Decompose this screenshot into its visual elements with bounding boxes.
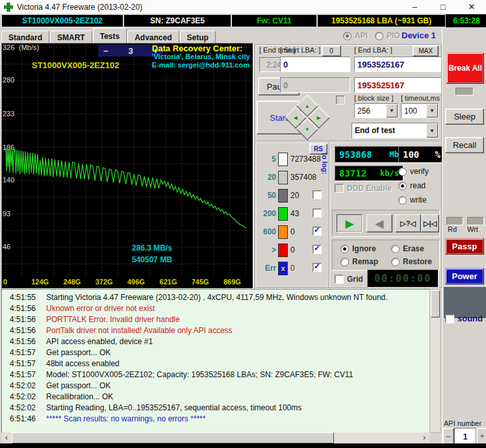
- mode-radio-dot[interactable]: [398, 182, 407, 190]
- device-label: Device 1: [402, 31, 436, 40]
- sound-checkbox-box[interactable]: [445, 314, 454, 323]
- timeout-select[interactable]: 100 ▼: [401, 103, 439, 118]
- defect-radio-dot[interactable]: [340, 245, 349, 253]
- defect-radio-erase[interactable]: Erase: [391, 244, 424, 253]
- log-horizontal-scrollbar[interactable]: ‹ ›: [1, 432, 429, 443]
- speed-graph-canvas: 3262802331861409346(Mb/s)0124G248G372G49…: [2, 44, 251, 287]
- log-text: Get passport... OK: [46, 348, 110, 357]
- log-text: Model: ST1000VX005-2EZ102; Capacity: 195…: [46, 370, 353, 379]
- defect-radio-restore[interactable]: Restore: [391, 257, 432, 266]
- x-axis-tick: 0: [3, 278, 7, 286]
- recall-button[interactable]: Recall: [445, 137, 484, 153]
- end-lba-input[interactable]: 1953525167: [354, 56, 441, 72]
- sleep-button[interactable]: Sleep: [445, 108, 484, 125]
- banner-line2: 'Victoria', Belarus, Minsk city: [152, 53, 250, 61]
- end-action-select[interactable]: End of test ▼: [352, 123, 439, 138]
- log-entry: 4:51:56API access enabled, device #1: [2, 336, 430, 347]
- defect-radio-label: Restore: [403, 257, 432, 266]
- hscroll-right-arrow-icon[interactable]: ›: [419, 432, 429, 443]
- api-radio[interactable]: API: [343, 31, 368, 40]
- tab-setup[interactable]: Setup: [180, 31, 216, 43]
- defect-radio-dot[interactable]: [340, 258, 349, 266]
- play-button[interactable]: ▶: [337, 214, 363, 232]
- defect-radio-dot[interactable]: [391, 245, 400, 253]
- log-vscroll-thumb[interactable]: [431, 290, 440, 317]
- write-led-label: Wrt: [467, 225, 478, 233]
- tab-tests[interactable]: Tests: [93, 28, 127, 43]
- api-number-label: API number: [444, 419, 481, 427]
- window-title: Victoria 4.47 Freeware (2013-02-20): [17, 3, 142, 12]
- log-text: API access enabled, device #1: [46, 337, 153, 346]
- grid-checkbox-box[interactable]: [335, 275, 344, 284]
- pio-radio[interactable]: PIO: [375, 31, 400, 40]
- latency-log-checkbox[interactable]: [313, 263, 322, 272]
- latency-log-checkbox[interactable]: [313, 227, 322, 236]
- log-hscroll-thumb[interactable]: [12, 432, 334, 443]
- break-all-button[interactable]: Break All: [446, 53, 484, 84]
- log-time: 4:51:57: [2, 370, 36, 379]
- drive-serial: SN: Z9CAF3E5: [123, 14, 231, 27]
- position-unit: Mb: [390, 150, 399, 159]
- defect-radio-ignore[interactable]: Ignore: [340, 244, 376, 253]
- maximize-button[interactable]: □: [429, 1, 457, 14]
- overlay-speed: 286.3 MB/s: [132, 242, 172, 254]
- latency-log-checkbox[interactable]: [313, 190, 322, 199]
- drive-info-bar: ST1000VX005-2EZ102 SN: Z9CAF3E5 Fw: CV11…: [0, 14, 486, 28]
- end-lba-max-button[interactable]: MAX: [413, 45, 439, 56]
- current-lba-field: 0: [280, 77, 350, 93]
- graph-zoom-out-button[interactable]: −: [103, 46, 109, 56]
- sound-checkbox[interactable]: sound: [445, 314, 483, 323]
- minimize-button[interactable]: –: [400, 1, 429, 14]
- read-led: [446, 217, 463, 225]
- log-vertical-scrollbar[interactable]: [429, 289, 441, 433]
- percent-lcd: 100 %: [398, 146, 445, 163]
- latency-color-swatch: [278, 207, 288, 221]
- tab-advanced[interactable]: Advanced: [127, 31, 179, 43]
- latency-label: Err: [257, 264, 276, 273]
- test-controls-panel: [ End time ] 2:24 ▲ ▼ Pause Start [ Star…: [255, 44, 442, 141]
- block-size-select[interactable]: 256 ▼: [354, 103, 398, 118]
- end-action-dropdown-icon[interactable]: ▼: [426, 123, 438, 138]
- latency-log-checkbox[interactable]: [313, 245, 322, 254]
- api-number-value[interactable]: 1: [454, 428, 476, 445]
- api-number-plus-button[interactable]: +: [476, 428, 486, 445]
- grid-checkbox[interactable]: Grid: [335, 275, 363, 284]
- defect-radio-remap[interactable]: Remap: [340, 257, 378, 266]
- nav-pad: ▲ ◀ ▶ ▼: [288, 98, 326, 136]
- hscroll-left-arrow-icon[interactable]: ‹: [1, 432, 12, 443]
- mode-radio-dot[interactable]: [398, 168, 407, 176]
- log-area[interactable]: 4:51:55Starting Victoria 4.47 Freeware (…: [1, 289, 431, 435]
- back-button[interactable]: ◀: [366, 214, 392, 232]
- log-entry: 4:52:02Starting Reading, LBA=0..19535251…: [2, 402, 430, 413]
- mode-radio-write[interactable]: write: [398, 195, 426, 205]
- ddd-enable-box[interactable]: [335, 184, 344, 193]
- start-lba-input[interactable]: 0: [280, 56, 350, 72]
- ddd-enable-checkbox[interactable]: DDD Enable: [335, 184, 392, 193]
- defect-radio-dot[interactable]: [391, 258, 400, 266]
- block-size-dropdown-icon[interactable]: ▼: [386, 104, 398, 118]
- latency-log-checkbox[interactable]: [313, 208, 322, 218]
- api-label: API: [355, 31, 368, 40]
- nav-right-icon: ▶: [317, 115, 321, 121]
- speed-curve: [6, 147, 246, 228]
- skip-button[interactable]: ▷|◁: [421, 214, 439, 232]
- power-button[interactable]: Power: [445, 268, 484, 284]
- transport-bar: ▶ ◀ ▷?◁ ▷|◁: [332, 210, 440, 237]
- pio-radio-dot[interactable]: [375, 32, 383, 40]
- latency-label: >: [257, 245, 276, 255]
- latency-count: 357408: [290, 173, 316, 182]
- api-radio-dot[interactable]: [343, 32, 352, 40]
- mode-radio-verify[interactable]: verify: [398, 167, 429, 176]
- drive-capacity: 1953525168 LBA (~931 GB): [317, 14, 446, 27]
- tab-standard[interactable]: Standard: [1, 31, 49, 43]
- nav-option-checkbox[interactable]: [336, 95, 345, 105]
- timeout-dropdown-icon[interactable]: ▼: [426, 104, 438, 118]
- passport-button[interactable]: Passp: [445, 238, 484, 255]
- api-number-minus-button[interactable]: –: [442, 428, 454, 445]
- mode-radio-dot[interactable]: [398, 196, 407, 205]
- tab-smart[interactable]: SMART: [50, 31, 92, 43]
- mode-radio-read[interactable]: read: [398, 181, 426, 190]
- seek-error-button[interactable]: ▷?◁: [395, 214, 421, 232]
- start-lba-zero-button[interactable]: 0: [322, 45, 341, 56]
- close-button[interactable]: ✕: [457, 1, 486, 14]
